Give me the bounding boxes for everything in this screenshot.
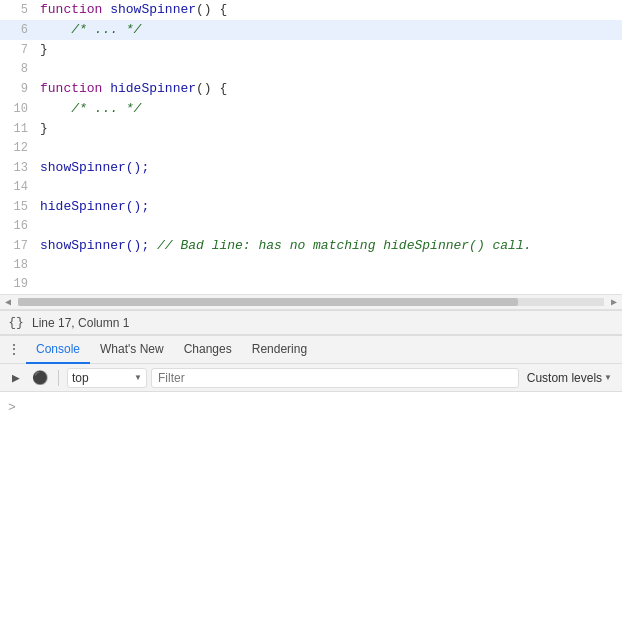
code-token: function (40, 2, 110, 17)
context-dropdown-arrow: ▼ (134, 373, 142, 382)
line-number: 10 (0, 100, 36, 119)
console-prompt-row: > (0, 396, 622, 418)
code-token: showSpinner(); (40, 160, 149, 175)
line-number: 6 (0, 21, 36, 40)
line-content: } (36, 40, 622, 59)
custom-levels-label: Custom levels (527, 371, 602, 385)
custom-levels-button[interactable]: Custom levels ▼ (523, 368, 616, 388)
divider (58, 370, 59, 386)
code-line: 11} (0, 119, 622, 139)
more-options-icon[interactable]: ⋮ (4, 340, 24, 360)
code-token: () { (196, 81, 227, 96)
console-tab-what-s-new[interactable]: What's New (90, 336, 174, 364)
line-number: 18 (0, 256, 36, 275)
line-number: 7 (0, 41, 36, 60)
line-number: 9 (0, 80, 36, 99)
horizontal-scrollbar[interactable]: ◀ ▶ (0, 294, 622, 310)
code-line: 16 (0, 217, 622, 236)
line-content: } (36, 119, 622, 138)
code-line: 17showSpinner(); // Bad line: has no mat… (0, 236, 622, 256)
line-content: function hideSpinner() { (36, 79, 622, 98)
code-token: hideSpinner(); (40, 199, 149, 214)
code-line: 15hideSpinner(); (0, 197, 622, 217)
console-content[interactable]: > (0, 392, 622, 632)
scroll-right-arrow[interactable]: ▶ (606, 294, 622, 310)
line-number: 8 (0, 60, 36, 79)
line-content: showSpinner(); (36, 158, 622, 177)
console-tab-rendering[interactable]: Rendering (242, 336, 317, 364)
line-content: hideSpinner(); (36, 197, 622, 216)
code-line: 6 /* ... */ (0, 20, 622, 40)
prompt-arrow: > (8, 400, 16, 415)
console-panel: ⋮ ConsoleWhat's NewChangesRendering ▶ ⚫ … (0, 335, 622, 632)
line-number: 5 (0, 1, 36, 20)
console-tabs-bar: ⋮ ConsoleWhat's NewChangesRendering (0, 336, 622, 364)
line-number: 19 (0, 275, 36, 294)
context-label: top (72, 371, 89, 385)
code-line: 9function hideSpinner() { (0, 79, 622, 99)
console-controls-bar: ▶ ⚫ top ▼ Custom levels ▼ (0, 364, 622, 392)
code-token: /* ... */ (40, 101, 141, 116)
line-content: /* ... */ (36, 20, 622, 39)
custom-levels-arrow: ▼ (604, 373, 612, 382)
execute-icon[interactable]: ▶ (6, 368, 26, 388)
code-line: 12 (0, 139, 622, 158)
code-line: 19 (0, 275, 622, 294)
line-number: 11 (0, 120, 36, 139)
status-bar: {} Line 17, Column 1 (0, 311, 622, 335)
console-tab-console[interactable]: Console (26, 336, 90, 364)
code-line: 5function showSpinner() { (0, 0, 622, 20)
code-token: /* ... */ (40, 22, 141, 37)
scrollbar-track[interactable] (18, 298, 604, 306)
code-line: 14 (0, 178, 622, 197)
line-number: 16 (0, 217, 36, 236)
code-token: function (40, 81, 110, 96)
line-number: 14 (0, 178, 36, 197)
code-line: 13showSpinner(); (0, 158, 622, 178)
filter-input[interactable] (151, 368, 519, 388)
code-token: hideSpinner (110, 81, 196, 96)
code-token: () { (196, 2, 227, 17)
line-number: 13 (0, 159, 36, 178)
code-token: showSpinner(); (40, 238, 157, 253)
scroll-left-arrow[interactable]: ◀ (0, 294, 16, 310)
context-selector[interactable]: top ▼ (67, 368, 147, 388)
braces-icon: {} (8, 315, 24, 331)
line-number: 12 (0, 139, 36, 158)
code-token: // Bad line: has no matching hideSpinner… (157, 238, 531, 253)
line-number: 15 (0, 198, 36, 217)
code-token: showSpinner (110, 2, 196, 17)
code-editor[interactable]: 5function showSpinner() {6 /* ... */7}89… (0, 0, 622, 311)
code-token: } (40, 121, 48, 136)
code-line: 10 /* ... */ (0, 99, 622, 119)
line-content: /* ... */ (36, 99, 622, 118)
code-line: 18 (0, 256, 622, 275)
code-line: 8 (0, 60, 622, 79)
clear-console-icon[interactable]: ⚫ (30, 368, 50, 388)
line-content: function showSpinner() { (36, 0, 622, 19)
line-content: showSpinner(); // Bad line: has no match… (36, 236, 622, 255)
console-tab-changes[interactable]: Changes (174, 336, 242, 364)
code-line: 7} (0, 40, 622, 60)
line-number: 17 (0, 237, 36, 256)
status-text: Line 17, Column 1 (32, 316, 129, 330)
scrollbar-thumb[interactable] (18, 298, 518, 306)
code-token: } (40, 42, 48, 57)
